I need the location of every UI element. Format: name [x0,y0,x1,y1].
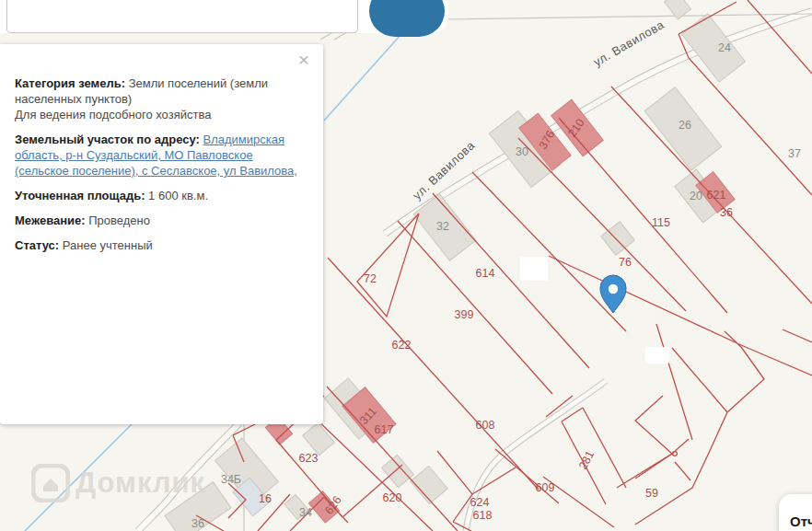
address-label: Земельный участок по адресу: [15,133,200,146]
parcel-info-panel: × Категория земель: Земли поселений (зем… [0,44,323,424]
address-row: Земельный участок по адресу: Владимирска… [15,132,307,179]
category-extra: Для ведения подсобного хозяйства [15,108,211,121]
status-label: Статус: [15,238,59,252]
search-input[interactable] [6,0,358,33]
cadastral-map-app: Домклик 24263032203734Б34366213611576614… [0,0,812,531]
status-value: Ранее учтенный [63,238,153,252]
report-card-label: Отч [790,514,812,529]
category-row: Категория земель: Земли поселений (земли… [15,75,307,122]
watermark-text: Домклик [75,467,205,500]
close-icon[interactable]: × [294,50,314,70]
area-value: 1 600 кв.м. [148,189,208,202]
status-row: Статус: Ранее учтенный [15,237,307,253]
domclick-logo-icon [31,464,70,502]
category-label: Категория земель: [15,76,125,90]
report-card[interactable]: Отч [779,494,812,531]
survey-row: Межевание: Проведено [15,213,307,228]
area-label: Уточненная площадь: [15,189,145,202]
domclick-watermark: Домклик [31,464,205,502]
search-button[interactable] [369,0,445,37]
survey-value: Проведено [88,214,150,227]
survey-label: Межевание: [15,214,86,227]
area-row: Уточненная площадь: 1 600 кв.м. [15,188,307,203]
